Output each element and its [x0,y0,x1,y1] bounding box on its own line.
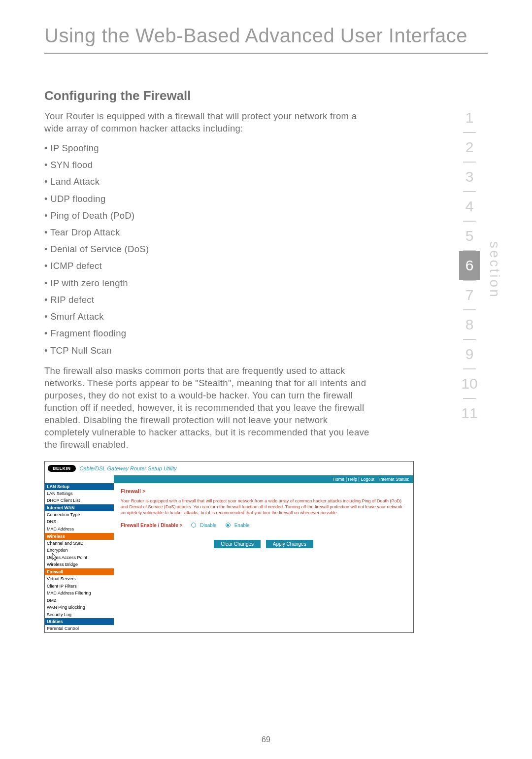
stealth-paragraph: The firewall also masks common ports tha… [44,365,369,451]
title-rule [44,53,488,54]
apply-changes-button[interactable]: Apply Changes [266,540,313,548]
nav-item[interactable]: Wireless Bridge [45,561,114,568]
enable-radio[interactable] [226,523,231,528]
list-item: Ping of Death (PoD) [44,207,369,224]
firewall-description: Your Router is equipped with a firewall … [121,498,406,516]
nav-item[interactable]: Virtual Servers [45,575,114,583]
section-label: section [487,241,502,299]
status-links[interactable]: Home | Help | Logout [332,477,374,482]
nav-item[interactable]: MAC Address Filtering [45,590,114,597]
list-item: IP with zero length [44,275,369,292]
list-item: Smurf Attack [44,308,369,325]
nav-header[interactable]: Internet WAN [45,504,114,511]
page-number: 69 [0,735,532,744]
list-item: Land Attack [44,173,369,190]
section-num-3[interactable]: 3 [459,163,480,191]
nav-item[interactable]: WAN Ping Blocking [45,604,114,611]
shot-header: BELKIN Cable/DSL Gateway Router Setup Ut… [45,462,413,475]
nav-item[interactable]: Connection Type [45,511,114,519]
nav-header[interactable]: Firewall [45,568,114,575]
section-num-11[interactable]: 11 [459,399,480,428]
section-nav: 1234567891011 section [459,103,502,428]
nav-item[interactable]: DMZ [45,597,114,604]
nav-header[interactable]: Utilities [45,618,114,625]
section-num-2[interactable]: 2 [459,133,480,162]
attack-list: IP SpoofingSYN floodLand AttackUDP flood… [44,140,369,359]
section-heading: Configuring the Firewall [44,88,369,103]
clear-changes-button[interactable]: Clear Changes [214,540,261,548]
list-item: SYN flood [44,157,369,173]
list-item: Fragment flooding [44,325,369,342]
nav-item[interactable]: DHCP Client List [45,497,114,504]
nav-header[interactable]: Wireless [45,533,114,540]
section-num-5[interactable]: 5 [459,222,480,250]
list-item: ICMP defect [44,258,369,274]
breadcrumb: Firewall > [121,488,406,494]
firewall-toggle-row: Firewall Enable / Disable > Disable Enab… [121,523,406,528]
list-item: Denial of Service (DoS) [44,241,369,258]
nav-item[interactable]: Parental Control [45,625,114,632]
list-item: UDP flooding [44,191,369,207]
list-item: IP Spoofing [44,140,369,157]
cursor-icon [52,553,59,562]
utility-title: Cable/DSL Gateway Router Setup Utility [80,465,177,471]
status-bar: Home | Help | Logout Internet Status: [114,475,413,483]
list-item: RIP defect [44,292,369,308]
nav-item[interactable]: DNS [45,518,114,526]
intro-text: Your Router is equipped with a firewall … [44,110,369,135]
disable-radio[interactable] [191,523,196,528]
section-num-10[interactable]: 10 [459,369,480,398]
nav-item[interactable]: MAC Address [45,526,114,533]
enable-label: Enable [234,523,250,528]
nav-header[interactable]: LAN Setup [45,483,114,490]
content-area: Configuring the Firewall Your Router is … [0,88,414,633]
section-num-8[interactable]: 8 [459,310,480,339]
list-item: TCP Null Scan [44,342,369,359]
status-label: Internet Status: [379,477,409,482]
section-num-4[interactable]: 4 [459,192,480,221]
section-num-9[interactable]: 9 [459,340,480,368]
section-num-1[interactable]: 1 [459,103,480,132]
nav-item[interactable]: Client IP Filters [45,583,114,590]
nav-item[interactable]: Security Log [45,611,114,619]
disable-label: Disable [200,523,216,528]
brand-badge: BELKIN [48,465,76,472]
router-main: Firewall > Your Router is equipped with … [114,483,413,633]
page-title: Using the Web-Based Advanced User Interf… [0,0,532,53]
list-item: Tear Drop Attack [44,224,369,241]
nav-item[interactable]: Channel and SSID [45,540,114,547]
router-screenshot: BELKIN Cable/DSL Gateway Router Setup Ut… [44,461,414,633]
toggle-label: Firewall Enable / Disable > [121,523,182,528]
section-num-6[interactable]: 6 [459,251,480,280]
nav-item[interactable]: LAN Settings [45,490,114,497]
section-num-7[interactable]: 7 [459,281,480,309]
